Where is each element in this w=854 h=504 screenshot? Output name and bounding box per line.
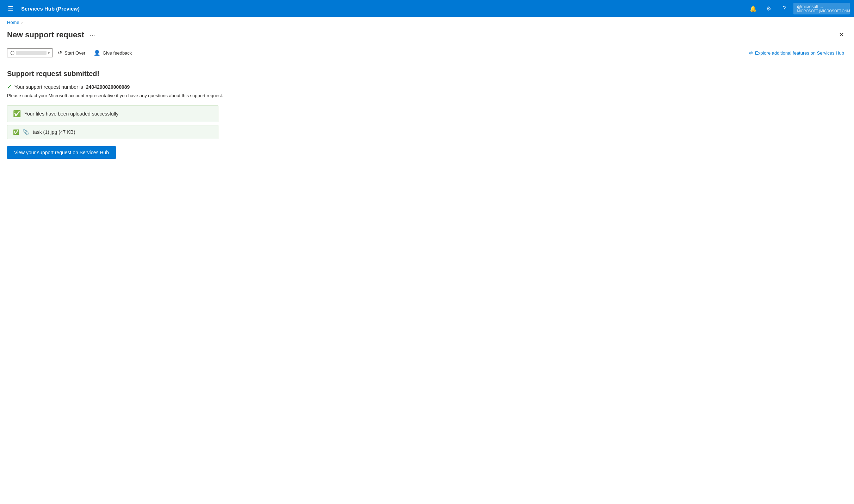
upload-success-icon: ✅ <box>13 110 21 118</box>
breadcrumb: Home › <box>0 17 854 28</box>
topbar: ☰ Services Hub (Preview) 🔔 ⚙ ? @microsof… <box>0 0 854 17</box>
explore-icon: ⇄ <box>749 50 753 56</box>
app-title: Services Hub (Preview) <box>21 6 80 12</box>
upload-success-box: ✅ Your files have been uploaded successf… <box>7 105 218 122</box>
more-options-button[interactable]: ··· <box>88 31 97 39</box>
settings-button[interactable]: ⚙ <box>762 2 775 15</box>
workspace-dropdown[interactable]: ⬡ ▾ <box>7 48 53 57</box>
file-row: ✅ 📎 task (1).jpg (47 KB) <box>13 129 212 135</box>
topbar-left: ☰ Services Hub (Preview) <box>4 2 80 15</box>
toolbar: ⬡ ▾ ↺ Start Over 👤 Give feedback ⇄ Explo… <box>0 45 854 61</box>
start-over-label: Start Over <box>64 50 85 56</box>
give-feedback-label: Give feedback <box>103 50 132 56</box>
breadcrumb-home-link[interactable]: Home <box>7 20 19 25</box>
page-title-row: New support request ··· <box>7 30 97 39</box>
hamburger-icon: ☰ <box>8 5 13 12</box>
refresh-icon: ↺ <box>58 50 62 56</box>
file-name: task (1).jpg (47 KB) <box>33 129 75 135</box>
notifications-button[interactable]: 🔔 <box>747 2 760 15</box>
upload-success-text: Your files have been uploaded successful… <box>24 111 118 117</box>
toolbar-right: ⇄ Explore additional features on Service… <box>746 49 847 57</box>
topbar-right: 🔔 ⚙ ? @microsoft.... MICROSOFT (MICROSOF… <box>747 2 850 15</box>
help-icon: ? <box>783 5 786 12</box>
request-number-prefix: Your support request number is <box>14 84 83 90</box>
file-check-icon: ✅ <box>13 129 19 135</box>
view-support-request-button[interactable]: View your support request on Services Hu… <box>7 146 116 159</box>
workspace-icon: ⬡ <box>10 50 14 56</box>
page-header: New support request ··· ✕ <box>0 28 854 45</box>
attachment-icon: 📎 <box>23 129 29 135</box>
close-button[interactable]: ✕ <box>836 29 847 41</box>
request-number-line: ✓ Your support request number is 2404290… <box>7 83 847 90</box>
workspace-value <box>16 51 47 55</box>
toolbar-left: ⬡ ▾ ↺ Start Over 👤 Give feedback <box>7 48 135 58</box>
give-feedback-button[interactable]: 👤 Give feedback <box>90 48 135 58</box>
request-number: 2404290020000089 <box>86 84 130 90</box>
upload-success-row: ✅ Your files have been uploaded successf… <box>13 110 212 118</box>
help-button[interactable]: ? <box>778 2 791 15</box>
user-chip[interactable]: @microsoft.... MICROSOFT (MICROSOFT.ONMI… <box>793 3 850 14</box>
user-email: @microsoft.... <box>797 4 846 9</box>
breadcrumb-separator: › <box>21 20 23 25</box>
explore-label: Explore additional features on Services … <box>755 50 844 56</box>
page-title: New support request <box>7 30 84 39</box>
gear-icon: ⚙ <box>766 5 771 12</box>
start-over-button[interactable]: ↺ Start Over <box>54 48 89 58</box>
explore-features-button[interactable]: ⇄ Explore additional features on Service… <box>746 49 847 57</box>
file-box: ✅ 📎 task (1).jpg (47 KB) <box>7 125 218 139</box>
feedback-icon: 👤 <box>94 50 100 56</box>
user-org: MICROSOFT (MICROSOFT.ONMI... <box>797 9 846 13</box>
hamburger-menu-button[interactable]: ☰ <box>4 2 17 15</box>
main-content: Support request submitted! ✓ Your suppor… <box>0 61 854 167</box>
checkmark-icon: ✓ <box>7 83 12 90</box>
success-title: Support request submitted! <box>7 70 847 78</box>
contact-info: Please contact your Microsoft account re… <box>7 93 847 98</box>
chevron-down-icon: ▾ <box>48 51 50 55</box>
bell-icon: 🔔 <box>750 5 757 12</box>
